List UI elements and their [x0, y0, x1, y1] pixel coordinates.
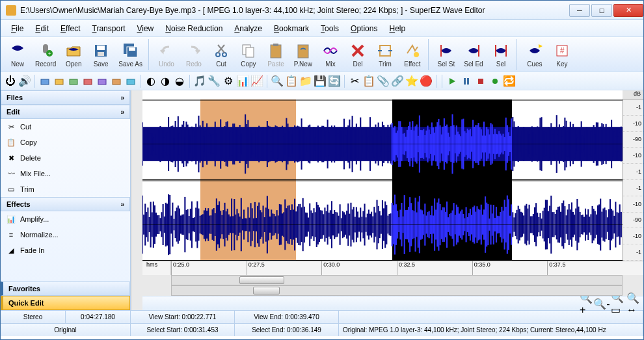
pause-icon[interactable]: [461, 75, 472, 87]
tool-icon[interactable]: ⚙: [222, 75, 234, 87]
tool-icon[interactable]: 📋: [363, 75, 375, 87]
close-button[interactable]: ✕: [613, 4, 643, 17]
zoom-all-icon[interactable]: 🔍↔: [626, 298, 639, 309]
tool-icon[interactable]: [39, 75, 51, 87]
sidebar-item-amplify[interactable]: 📊Amplify...: [1, 211, 130, 227]
sidebar-edit-header[interactable]: Edit»: [1, 105, 130, 119]
tool-icon[interactable]: 📎: [377, 75, 389, 87]
sidebar-item-label: Trim: [20, 185, 34, 193]
undo-icon: [157, 42, 176, 60]
trim-button[interactable]: Trim: [372, 40, 398, 70]
effect-button[interactable]: Effect: [399, 40, 425, 70]
del-button[interactable]: Del: [345, 40, 371, 70]
sidebar-item-trim[interactable]: ▭Trim: [1, 181, 130, 197]
effect-icon: [403, 42, 422, 60]
minimize-button[interactable]: ─: [569, 4, 590, 17]
tool-icon[interactable]: 🔴: [420, 75, 432, 87]
sidebar-files-header[interactable]: Files»: [1, 90, 130, 105]
right-channel-waveform[interactable]: [142, 180, 623, 261]
loop-icon[interactable]: 🔁: [503, 75, 515, 87]
sidebar-item-delete[interactable]: ✖Delete: [1, 150, 130, 166]
toolbar-label: Save As: [118, 60, 142, 68]
menu-bookmark[interactable]: Bookmark: [269, 22, 314, 35]
tool-icon[interactable]: [111, 75, 122, 87]
status-bar-1: Stereo 0:04:27.180 View Start: 0:00:22.7…: [1, 310, 643, 323]
tool-icon[interactable]: 📋: [286, 75, 297, 87]
waveform-area[interactable]: dB -1-10-90-10-1: [142, 90, 643, 310]
menu-transport[interactable]: Transport: [87, 22, 131, 35]
tool-icon[interactable]: 🔄: [329, 75, 340, 87]
redo-button[interactable]: Redo: [181, 40, 207, 70]
mix-button[interactable]: Mix: [317, 40, 343, 70]
tool-icon[interactable]: ◒: [174, 75, 185, 87]
sidebar-item-normalize[interactable]: ≡Normalize...: [1, 227, 130, 242]
open-button[interactable]: Open: [60, 40, 87, 70]
tool-icon[interactable]: [53, 75, 65, 87]
menu-effect[interactable]: Effect: [55, 22, 85, 35]
zoom-scrollbar[interactable]: [142, 285, 643, 296]
tool-icon[interactable]: 📁: [300, 75, 312, 87]
save-button[interactable]: Save: [88, 40, 114, 70]
tool-icon[interactable]: [96, 75, 108, 87]
tool-icon[interactable]: 🔍: [271, 75, 283, 87]
cues-button[interactable]: Cues: [522, 40, 548, 70]
tool-icon[interactable]: 🎵: [194, 75, 206, 87]
zoom-in-icon[interactable]: 🔍+: [580, 298, 593, 309]
sidebar-quickedit-header[interactable]: Quick Edit: [1, 296, 130, 310]
undo-button[interactable]: Undo: [154, 40, 180, 70]
tool-icon[interactable]: 📊: [237, 75, 248, 87]
horizontal-scrollbar[interactable]: [142, 275, 643, 285]
menu-help[interactable]: Help: [384, 22, 410, 35]
record-button[interactable]: +Record: [32, 40, 59, 70]
tool-icon[interactable]: 💾: [314, 75, 326, 87]
menu-view[interactable]: View: [131, 22, 159, 35]
tool-icon[interactable]: ◐: [145, 75, 157, 87]
stop-icon[interactable]: [475, 75, 487, 87]
menu-file[interactable]: File: [6, 22, 29, 35]
menu-edit[interactable]: Edit: [30, 22, 54, 35]
power-icon[interactable]: ⏻: [5, 75, 16, 87]
scroll-thumb[interactable]: [239, 276, 284, 284]
menu-tools[interactable]: Tools: [315, 22, 344, 35]
paste-button[interactable]: Paste: [263, 40, 289, 70]
saveas-button[interactable]: Save As: [115, 40, 146, 70]
tool-icon[interactable]: [125, 75, 137, 87]
sidebar-item-fadein[interactable]: ◢Fade In: [1, 242, 130, 258]
maximize-button[interactable]: □: [591, 4, 612, 17]
menu-noise-reduction[interactable]: Noise Reduction: [160, 22, 228, 35]
tool-icon[interactable]: ◑: [159, 75, 171, 87]
tool-icon[interactable]: [82, 75, 94, 87]
cut-button[interactable]: Cut: [208, 40, 234, 70]
tool-icon[interactable]: ⭐: [406, 75, 418, 87]
sidebar-item-cut[interactable]: ✂Cut: [1, 119, 130, 135]
status-mode: Stereo: [1, 311, 66, 323]
key-button[interactable]: #Key: [549, 40, 575, 70]
zoom-thumb[interactable]: [253, 287, 280, 294]
tool-icon[interactable]: 🔧: [208, 75, 220, 87]
new-button[interactable]: New: [5, 40, 31, 70]
pnew-button[interactable]: P.New: [290, 40, 316, 70]
tool-icon[interactable]: [68, 75, 79, 87]
sidebar-favorites-header[interactable]: Favorites: [1, 281, 130, 296]
tool-icon[interactable]: ✂: [349, 75, 360, 87]
volume-icon[interactable]: 🔊: [19, 75, 31, 87]
selst-button[interactable]: Sel St: [433, 40, 459, 70]
zoom-out-icon[interactable]: 🔍-: [595, 298, 608, 309]
menu-analyze[interactable]: Analyze: [229, 22, 267, 35]
copy-button[interactable]: Copy: [235, 40, 262, 70]
sidebar-item-copy[interactable]: 📋Copy: [1, 135, 130, 150]
db-scale-left: -1-10-90-10-1: [623, 99, 643, 180]
zoom-sel-icon[interactable]: 🔍▭: [611, 298, 624, 309]
menu-options[interactable]: Options: [345, 22, 382, 35]
left-channel-waveform[interactable]: [142, 99, 623, 180]
sidebar-effects-header[interactable]: Effects»: [1, 197, 130, 211]
vertical-scrollbar[interactable]: [131, 90, 142, 310]
new-icon: [8, 42, 27, 60]
sidebar-item-mix[interactable]: 〰Mix File...: [1, 166, 130, 181]
tool-icon[interactable]: 📈: [251, 75, 263, 87]
play-icon[interactable]: [446, 75, 458, 87]
seled-button[interactable]: Sel Ed: [461, 40, 487, 70]
record-icon[interactable]: [489, 75, 501, 87]
tool-icon[interactable]: 🔗: [392, 75, 403, 87]
sel-button[interactable]: Sel: [488, 40, 514, 70]
